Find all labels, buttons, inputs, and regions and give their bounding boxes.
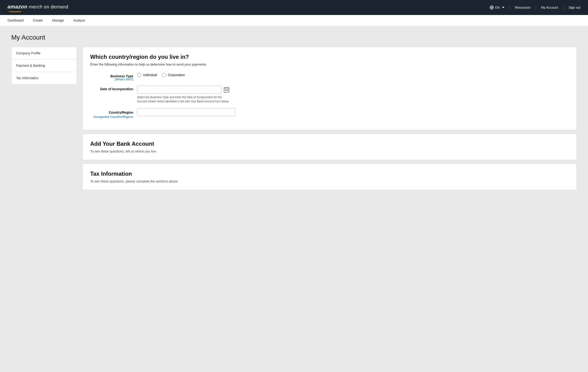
content-layout: Company Profile Payment & Banking Tax In… [11,47,577,190]
corporation-label: Corporation [168,73,185,77]
resources-link[interactable]: Resources [515,6,531,9]
date-field: Select the Business Type and enter the D… [137,86,569,104]
amazon-text: amazon [8,4,27,11]
my-account-link[interactable]: My Account [541,6,558,9]
divider-1: | [509,5,510,10]
lang-code: EN [495,6,500,9]
country-panel-title: Which country/region do you live in? [90,54,569,60]
tax-panel-title: Tax Information [90,170,569,177]
date-input-wrapper [137,86,569,94]
business-type-field: Individual Corporation [137,72,569,77]
header: amazon merch on demand EN | Resources | … [0,0,588,15]
radio-group: Individual Corporation [137,72,569,77]
header-nav-right: EN | Resources | My Account | Sign out [490,5,580,10]
date-hint: Select the Business Type and enter the D… [137,95,231,104]
panels: Which country/region do you live in? Ent… [83,47,577,190]
individual-radio[interactable] [137,73,141,77]
country-label: Country/Region [109,109,133,114]
date-input[interactable] [137,86,221,94]
divider-2: | [535,5,536,10]
calendar-icon[interactable] [223,86,230,93]
country-panel: Which country/region do you live in? Ent… [83,47,577,130]
sidebar-item-tax-information[interactable]: Tax Information [11,72,77,84]
nav-create[interactable]: Create [33,15,43,26]
bank-panel: Add Your Bank Account To see these quest… [83,134,577,160]
page-title: My Account [11,34,577,41]
country-input[interactable] [137,108,235,116]
sidebar-item-company-profile[interactable]: Company Profile [11,47,77,60]
corporation-radio[interactable] [162,73,166,77]
sidebar-item-payment-banking[interactable]: Payment & Banking [11,60,77,72]
bank-panel-title: Add Your Bank Account [90,140,569,147]
bank-panel-info: To see these questions, tell us where yo… [90,149,569,153]
nav-manage[interactable]: Manage [52,15,64,26]
business-type-row: Business Type (What's this?) Individual … [90,72,569,81]
svg-rect-9 [228,90,228,91]
date-label: Date of Incorporation [90,86,137,91]
language-selector[interactable]: EN [490,5,504,10]
logo-rest: merch on demand [27,4,68,9]
globe-icon [490,5,494,10]
logo-text: amazon merch on demand [8,4,68,11]
tax-panel: Tax Information To see these questions, … [83,164,577,190]
logo: amazon merch on demand [8,4,68,11]
sign-out-link[interactable]: Sign out [568,6,580,9]
country-field [137,108,569,116]
nav-analyze[interactable]: Analyze [73,15,85,26]
unsupported-link[interactable]: Unsupported Countries/Regions [93,115,133,118]
tax-panel-info: To see these questions, please complete … [90,180,569,183]
sidebar: Company Profile Payment & Banking Tax In… [11,47,77,84]
svg-rect-7 [225,90,226,91]
svg-rect-8 [226,90,227,91]
top-nav: Dashboard Create Manage Analyze [0,15,588,26]
individual-label: Individual [143,73,157,77]
individual-option[interactable]: Individual [137,73,157,77]
country-panel-subtitle: Enter the following information to help … [90,63,569,66]
date-row: Date of Incorporation [90,86,569,104]
whats-this-link[interactable]: (What's this?) [115,77,133,81]
country-row: Country/Region Unsupported Countries/Reg… [90,108,569,118]
main-content: My Account Company Profile Payment & Ban… [0,26,588,197]
chevron-down-icon [502,7,504,8]
business-type-label: Business Type [110,73,133,78]
svg-rect-3 [224,88,229,93]
nav-dashboard[interactable]: Dashboard [8,15,24,26]
divider-3: | [563,5,564,10]
corporation-option[interactable]: Corporation [162,73,185,77]
